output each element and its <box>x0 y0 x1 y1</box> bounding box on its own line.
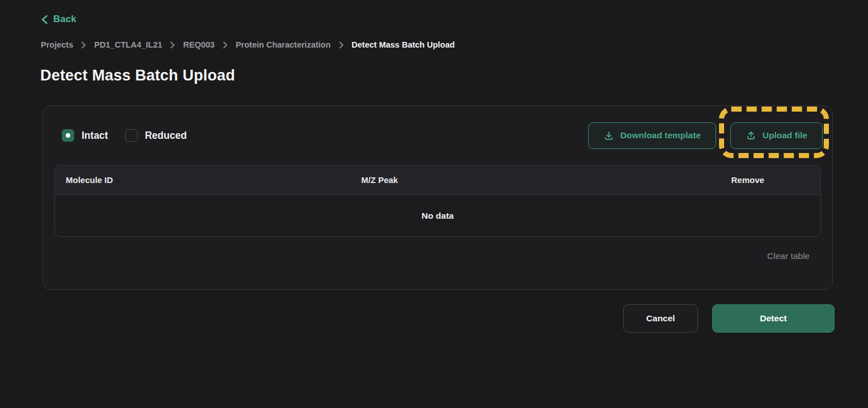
breadcrumb-item-current: Detect Mass Batch Upload <box>352 40 455 49</box>
column-header-molecule-id: Molecule ID <box>55 175 361 185</box>
download-template-button[interactable]: Download template <box>588 122 716 149</box>
back-link[interactable]: Back <box>41 14 76 25</box>
intact-label: Intact <box>82 130 108 142</box>
chevron-right-icon <box>339 41 344 49</box>
upload-file-label: Upload file <box>763 130 807 141</box>
breadcrumb-item-projects[interactable]: Projects <box>41 40 73 49</box>
table-body: No data <box>55 195 820 236</box>
download-icon <box>603 130 614 141</box>
page-title: Detect Mass Batch Upload <box>40 67 235 84</box>
breadcrumb-item-protein-characterization[interactable]: Protein Characterization <box>236 40 331 49</box>
table-empty-state: No data <box>422 211 454 221</box>
upload-file-area: Upload file <box>730 122 823 149</box>
reduced-option[interactable]: Reduced <box>125 129 187 142</box>
upload-icon <box>746 130 756 141</box>
detect-button[interactable]: Detect <box>712 304 835 333</box>
reduced-checkbox-unchecked-icon <box>125 129 138 142</box>
chevron-right-icon <box>81 41 86 49</box>
sample-type-options: Intact Reduced <box>62 123 187 148</box>
back-label: Back <box>53 14 76 25</box>
download-template-label: Download template <box>620 130 701 141</box>
intact-option[interactable]: Intact <box>62 129 108 142</box>
upload-file-button[interactable]: Upload file <box>730 122 823 149</box>
breadcrumb: Projects PD1_CTLA4_IL21 REQ003 Protein C… <box>41 40 455 49</box>
card-actions: Download template Upload file <box>588 121 823 150</box>
table-header-row: Molecule ID M/Z Peak Remove <box>55 165 820 195</box>
clear-table-button[interactable]: Clear table <box>767 251 810 261</box>
reduced-label: Reduced <box>145 130 187 142</box>
back-chevron-icon <box>41 15 48 24</box>
column-header-remove: Remove <box>675 175 820 185</box>
chevron-right-icon <box>170 41 175 49</box>
detect-mass-batch-upload-page: Back Projects PD1_CTLA4_IL21 REQ003 Prot… <box>0 0 868 408</box>
column-header-mz-peak: M/Z Peak <box>361 175 675 185</box>
batch-upload-card: Intact Reduced Download template <box>42 105 833 290</box>
cancel-button[interactable]: Cancel <box>623 304 698 333</box>
breadcrumb-item-project-name[interactable]: PD1_CTLA4_IL21 <box>94 40 162 49</box>
intact-checkbox-checked-icon <box>62 129 74 142</box>
breadcrumb-item-request[interactable]: REQ003 <box>183 40 215 49</box>
molecules-table: Molecule ID M/Z Peak Remove No data <box>54 165 821 237</box>
chevron-right-icon <box>223 41 228 49</box>
